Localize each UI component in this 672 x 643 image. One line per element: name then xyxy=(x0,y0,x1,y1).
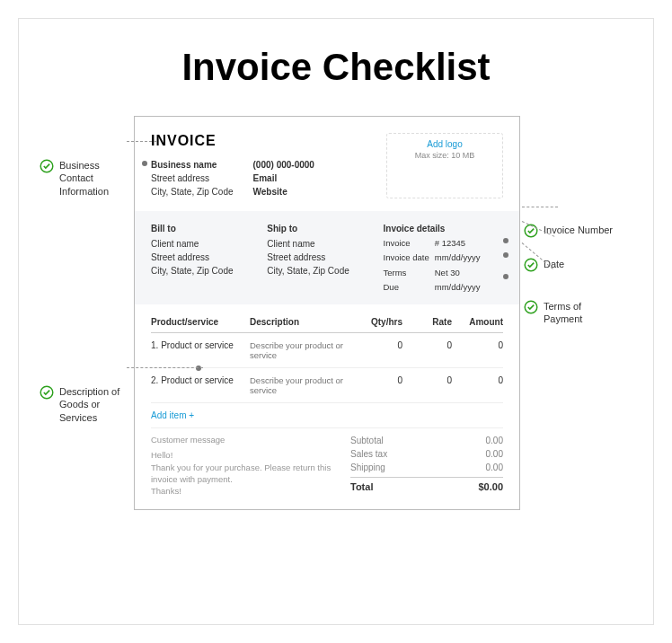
line-item: 2. Product or service Describe your prod… xyxy=(151,368,503,403)
callout-label: Terms of Payment xyxy=(544,300,620,326)
ship-to-head: Ship to xyxy=(267,222,367,235)
invoice-heading: INVOICE xyxy=(151,133,314,149)
col-qty: Qty/hrs xyxy=(353,317,402,327)
ship-to-city: City, State, Zip Code xyxy=(267,264,367,277)
col-description: Description xyxy=(250,317,353,327)
connector-line xyxy=(522,207,558,207)
ship-to-name: Client name xyxy=(267,237,367,251)
business-name: Business name xyxy=(151,158,234,172)
page-frame: Invoice Checklist Business Contact Infor… xyxy=(18,18,654,625)
invoice-date-value: mm/dd/yyyy xyxy=(435,251,503,264)
due-value: mm/dd/yyyy xyxy=(435,281,503,294)
check-icon xyxy=(524,258,538,272)
bill-to-city: City, State, Zip Code xyxy=(151,264,251,277)
check-icon xyxy=(40,159,54,173)
connector-line xyxy=(127,367,203,368)
totals: Subtotal0.00 Sales tax0.00 Shipping0.00 … xyxy=(350,434,503,497)
content-row: Business Contact Information Description… xyxy=(37,116,635,510)
callout-description-goods: Description of Goods or Services xyxy=(40,385,130,424)
business-info: Business name Street address City, State… xyxy=(151,158,314,198)
col-rate: Rate xyxy=(402,317,452,327)
business-street: Street address xyxy=(151,172,234,185)
col-product: Product/service xyxy=(151,317,250,327)
callout-invoice-number: Invoice Number xyxy=(524,224,613,238)
callout-date: Date xyxy=(524,258,564,272)
check-icon xyxy=(524,300,538,314)
business-phone: (000) 000-0000 xyxy=(253,158,314,172)
connector-dot xyxy=(503,252,508,258)
connector-line xyxy=(127,141,156,142)
callout-business-contact: Business Contact Information xyxy=(40,159,130,198)
invoice-template: INVOICE Business name Street address Cit… xyxy=(134,116,520,510)
bill-to-name: Client name xyxy=(151,237,251,251)
logo-max-size: Max size: 10 MB xyxy=(391,151,499,160)
page-title: Invoice Checklist xyxy=(37,46,635,89)
callout-label: Invoice Number xyxy=(544,224,613,236)
invoice-num-value: # 12345 xyxy=(435,237,503,250)
add-logo-label: Add logo xyxy=(391,139,499,149)
invoice-num-label: Invoice xyxy=(384,237,429,250)
connector-dot xyxy=(503,274,508,279)
check-icon xyxy=(40,385,54,400)
add-item-link[interactable]: Add item + xyxy=(151,403,503,428)
customer-message-head: Customer message xyxy=(151,434,340,445)
connector-dot xyxy=(142,161,147,166)
callout-label: Business Contact Information xyxy=(59,159,130,198)
business-city: City, State, Zip Code xyxy=(151,185,234,198)
bill-to-street: Street address xyxy=(151,251,251,264)
line-item: 1. Product or service Describe your prod… xyxy=(151,333,503,368)
connector-dot xyxy=(196,366,201,371)
business-website: Website xyxy=(253,185,314,198)
terms-label: Terms xyxy=(384,267,429,279)
terms-value: Net 30 xyxy=(435,267,503,279)
line-items-header: Product/service Description Qty/hrs Rate… xyxy=(151,308,503,333)
customer-message-body: Hello! Thank you for your purchase. Plea… xyxy=(151,449,340,497)
invoice-footer: Customer message Hello! Thank you for yo… xyxy=(151,434,503,497)
col-amount: Amount xyxy=(452,317,503,327)
business-email: Email xyxy=(253,172,314,185)
callout-label: Description of Goods or Services xyxy=(59,385,130,424)
invoice-details-section: Bill to Client name Street address City,… xyxy=(135,211,519,304)
bill-to-head: Bill to xyxy=(151,222,251,235)
callout-terms: Terms of Payment xyxy=(524,300,620,326)
due-label: Due xyxy=(384,281,429,294)
details-head: Invoice details xyxy=(384,222,504,235)
add-logo-box[interactable]: Add logo Max size: 10 MB xyxy=(386,133,503,198)
ship-to-street: Street address xyxy=(267,251,367,264)
connector-dot xyxy=(503,238,508,243)
invoice-date-label: Invoice date xyxy=(384,251,429,264)
